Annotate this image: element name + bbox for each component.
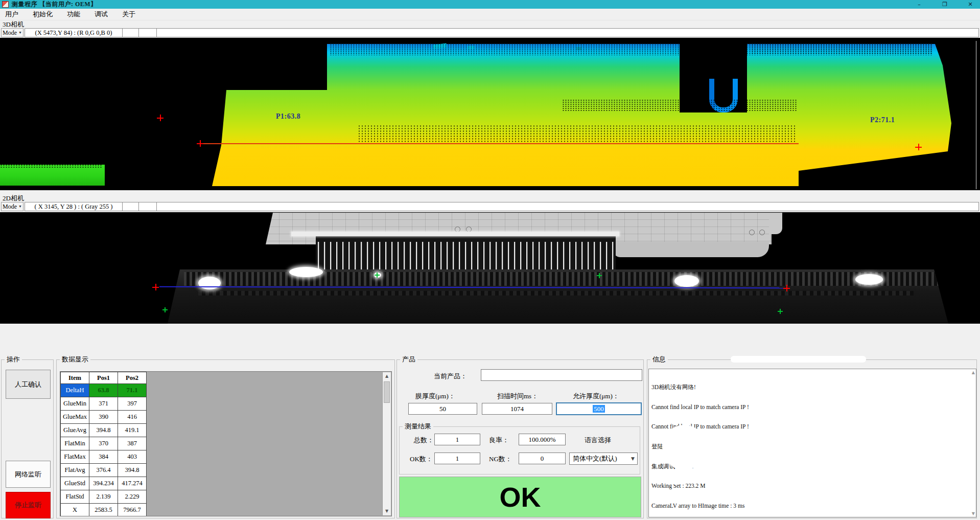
operation-panel: 操作 人工确认 网络监听 停止监听 [1,359,54,518]
language-selected-value: 简体中文(默认) [573,455,617,462]
table-scrollbar[interactable]: ▲ ▼ [382,372,391,515]
ok-count-input[interactable]: 1 [434,453,480,464]
data-display-panel: 数据显示 Item Pos1 Pos2 DeltaH 63.8 71.1 Glu… [56,359,395,518]
heightmap-body [197,44,951,187]
allow-thickness-input[interactable]: 500 [556,402,642,415]
green-cross-marker [162,307,168,312]
menu-about[interactable]: 关于 [117,9,141,20]
menu-bar: 用户 初始化 功能 调试 关于 [0,9,980,20]
table-row[interactable]: GlueAvg 394.8 419.1 [61,424,147,437]
mode-label-2d: Mode [3,203,17,211]
table-row[interactable]: FlatMin 370 387 [61,437,147,450]
menu-function[interactable]: 功能 [62,9,85,20]
scroll-down-icon[interactable]: ▼ [972,511,975,516]
maximize-icon[interactable]: ❐ [938,1,951,8]
green-cross-marker [597,273,602,278]
chevron-down-icon: ▼ [18,205,22,209]
table-row[interactable]: FlatMax 384 403 [61,450,147,464]
data-display-title: 数据显示 [60,355,90,363]
toolbar-cell [156,202,979,211]
redaction-smear [522,370,582,380]
table-header-row: Item Pos1 Pos2 [61,372,147,384]
measure-result-title: 测量结果 [403,422,433,430]
info-title: 信息 [650,355,668,363]
camera2d-toolbar: Mode ▼ ( X 3145, Y 28 ) : ( Gray 255 ) [0,202,980,212]
noise-band [0,164,102,169]
measure-line-red [200,143,799,144]
language-select[interactable]: 简体中文(默认) ▼ [569,453,638,465]
yield-input[interactable]: 100.000% [519,434,566,445]
mode-dropdown-2d[interactable]: Mode ▼ [1,202,24,211]
measure-label-p1: P1:63.8 [276,112,300,121]
scroll-up-icon[interactable]: ▲ [972,370,975,375]
menu-init[interactable]: 初始化 [28,9,58,20]
toolbar-cell [138,202,157,211]
scan-time-input[interactable]: 1074 [482,403,552,415]
menu-debug[interactable]: 调试 [89,9,113,20]
col-pos2: Pos2 [118,372,147,384]
operation-title: 操作 [5,355,22,363]
toolbar-cell [122,202,139,211]
app-icon [2,1,9,8]
connector-top-edge [291,232,619,236]
scroll-down-icon[interactable]: ▼ [383,507,391,515]
table-row[interactable]: GlueStd 394.234 417.274 [61,477,147,490]
chevron-down-icon: ▼ [631,453,635,464]
close-icon[interactable]: ✕ [964,1,977,8]
noise-band [562,99,797,111]
mode-dropdown-3d[interactable]: Mode ▼ [1,28,24,37]
redaction-smear [767,468,946,476]
network-listen-button[interactable]: 网络监听 [6,461,51,488]
total-label: 总数： [414,436,434,445]
pcb-mark [759,230,765,235]
red-cross-marker [783,285,790,291]
image-right-border [976,41,976,189]
redaction-smear [662,425,706,470]
manual-confirm-button[interactable]: 人工确认 [6,370,51,399]
result-status-text: OK [500,481,541,513]
red-cross-marker [157,115,164,121]
table-row[interactable]: DeltaH 63.8 71.1 [61,384,147,397]
stop-listen-button[interactable]: 停止监听 [6,492,51,518]
glue-blob [289,267,323,277]
glue-blob [674,275,699,287]
redaction-smear [700,458,825,466]
menu-user[interactable]: 用户 [0,9,24,20]
table-row[interactable]: FlatAvg 376.4 394.8 [61,464,147,477]
table-row[interactable]: X 2583.5 7966.7 [61,504,147,517]
noise-band [358,125,797,143]
table-row[interactable]: GlueMin 371 397 [61,397,147,411]
redaction-smear [731,356,866,363]
result-status-box: OK [399,477,641,517]
table-row[interactable]: GlueMax 390 416 [61,411,147,424]
ng-count-input[interactable]: 0 [519,453,566,464]
total-input[interactable]: 1 [434,434,480,445]
measure-label-p2: P2:71.1 [870,116,895,124]
toolbar-cell [138,28,157,37]
camera3d-image-view[interactable]: P1:63.8 P2:71.1 [0,38,980,190]
data-grid[interactable]: Item Pos1 Pos2 DeltaH 63.8 71.1 GlueMin … [60,371,392,516]
pcb-tab [613,242,769,257]
col-pos1: Pos1 [89,372,118,384]
product-title: 产品 [400,355,417,363]
scroll-up-icon[interactable]: ▲ [383,372,391,380]
green-cross-marker [778,309,783,314]
measurement-app-window: 测量程序 【当前用户: OEM】 – ❐ ✕ 用户 初始化 功能 调试 关于 3… [0,0,980,520]
table-row[interactable]: FlatStd 2.139 2.229 [61,490,147,504]
ng-count-label: NG数： [489,455,512,464]
green-cross-marker [375,273,380,278]
pcb-step [769,213,782,234]
product-panel: 产品 当前产品： g1 膜厚度(μm)： 扫描时间ms： 允许厚度(μm)： 5… [396,359,644,518]
camera3d-toolbar: Mode ▼ (X 5473,Y 84) : (R 0,G 0,B 0) [0,28,980,38]
minimize-icon[interactable]: – [913,1,926,8]
scrollbar-thumb[interactable] [384,381,390,403]
mode-label-3d: Mode [3,29,17,37]
camera3d-label: 3D相机 [3,20,24,28]
measure-result-group: 测量结果 总数： 1 良率： 100.000% 语言选择 OK数： 1 NG数：… [399,426,640,474]
title-bar[interactable]: 测量程序 【当前用户: OEM】 – ❐ ✕ [0,0,980,9]
camera2d-image-view[interactable] [0,212,980,324]
language-label: 语言选择 [585,436,611,445]
allow-thickness-label: 允许厚度(μm)： [573,392,619,401]
selected-text: 500 [593,405,605,413]
film-thickness-input[interactable]: 50 [408,403,477,415]
